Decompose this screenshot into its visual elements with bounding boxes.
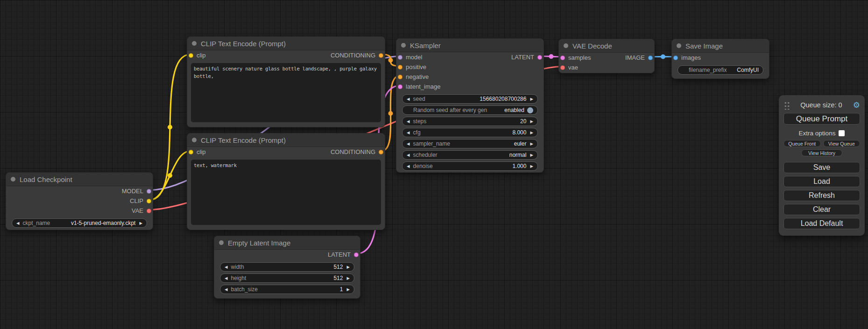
node-clip-text-encode-negative[interactable]: CLIP Text Encode (Prompt)clipCONDITIONIN…	[187, 133, 385, 230]
output-latent[interactable]: LATENT	[328, 251, 360, 258]
node-save-image-header[interactable]: Save Image	[672, 39, 769, 53]
collapse-dot-icon[interactable]	[564, 43, 568, 48]
widget-width[interactable]: ◀width512▶	[220, 262, 354, 272]
output-vae[interactable]: VAE	[132, 207, 153, 214]
link-midpoint-dot[interactable]	[168, 173, 172, 178]
input-positive[interactable]: positive	[396, 63, 426, 70]
arrow-right-icon[interactable]: ▶	[530, 142, 533, 146]
link-midpoint-dot[interactable]	[388, 58, 393, 63]
arrow-left-icon[interactable]: ◀	[407, 164, 410, 168]
arrow-left-icon[interactable]: ◀	[225, 287, 228, 292]
arrow-right-icon[interactable]: ▶	[530, 97, 533, 101]
arrow-left-icon[interactable]: ◀	[407, 97, 410, 101]
widget-ckpt_name[interactable]: ◀ckpt_namev1-5-pruned-emaonly.ckpt▶	[12, 218, 147, 228]
link-midpoint-dot[interactable]	[168, 125, 172, 130]
widget-seed[interactable]: ◀seed156680208700286▶	[402, 94, 538, 104]
input-vae[interactable]: vae	[559, 64, 578, 71]
node-empty-latent-image-header[interactable]: Empty Latent Image	[214, 236, 360, 250]
arrow-right-icon[interactable]: ▶	[346, 265, 350, 269]
arrow-right-icon[interactable]: ▶	[346, 287, 350, 292]
arrow-left-icon[interactable]: ◀	[225, 276, 228, 280]
refresh-button[interactable]: Refresh	[783, 190, 860, 201]
output-latent-dot[interactable]	[537, 55, 542, 60]
node-vae-decode[interactable]: VAE DecodesamplesIMAGEvae	[558, 39, 655, 73]
input-model[interactable]: model	[396, 54, 422, 61]
widget-denoise[interactable]: ◀denoise1.000▶	[402, 161, 538, 171]
input-vae-dot[interactable]	[560, 65, 565, 70]
node-vae-decode-header[interactable]: VAE Decode	[559, 39, 654, 53]
queue-prompt-button[interactable]: Queue Prompt	[783, 113, 860, 125]
widget-scheduler[interactable]: ◀schedulernormal▶	[402, 150, 538, 160]
arrow-left-icon[interactable]: ◀	[407, 142, 410, 146]
input-images-dot[interactable]	[673, 56, 678, 60]
arrow-left-icon[interactable]: ◀	[407, 153, 410, 157]
arrow-left-icon[interactable]: ◀	[225, 265, 228, 269]
input-images[interactable]: images	[672, 54, 701, 61]
input-clip[interactable]: clip	[187, 52, 206, 59]
input-model-dot[interactable]	[398, 55, 402, 60]
widget-steps[interactable]: ◀steps20▶	[402, 117, 538, 126]
arrow-left-icon[interactable]: ◀	[16, 221, 20, 225]
drag-handle-icon[interactable]	[783, 100, 790, 110]
arrow-right-icon[interactable]: ▶	[530, 153, 533, 157]
input-latent_image[interactable]: latent_image	[396, 83, 440, 90]
node-clip-text-encode-positive-header[interactable]: CLIP Text Encode (Prompt)	[187, 37, 385, 50]
input-negative[interactable]: negative	[396, 73, 429, 80]
node-empty-latent-image[interactable]: Empty Latent ImageLATENT◀width512▶◀heigh…	[214, 236, 360, 299]
node-load-checkpoint[interactable]: Load CheckpointMODELCLIPVAE◀ckpt_namev1-…	[6, 172, 153, 230]
arrow-right-icon[interactable]: ▶	[346, 276, 350, 280]
widget-Random seed after every gen[interactable]: Random seed after every genenabled	[402, 105, 538, 115]
input-clip-dot[interactable]	[189, 150, 193, 154]
queue-front-button[interactable]: Queue Front	[783, 140, 821, 147]
node-clip-text-encode-negative-text-area[interactable]: text, watermark	[191, 160, 381, 225]
widget-batch_size[interactable]: ◀batch_size1▶	[220, 285, 354, 294]
extra-options-checkbox[interactable]	[839, 130, 845, 136]
collapse-dot-icon[interactable]	[192, 41, 197, 46]
arrow-right-icon[interactable]: ▶	[530, 131, 533, 135]
output-conditioning-dot[interactable]	[379, 53, 383, 58]
input-samples-dot[interactable]	[560, 56, 565, 60]
node-ksampler-header[interactable]: KSampler	[396, 39, 543, 52]
output-image[interactable]: IMAGE	[625, 54, 654, 61]
comfyui-canvas[interactable]: { "ui": { "arrow_left": "◀", "arrow_righ…	[0, 0, 868, 329]
arrow-right-icon[interactable]: ▶	[530, 164, 533, 168]
input-clip-dot[interactable]	[189, 53, 193, 58]
collapse-dot-icon[interactable]	[11, 177, 15, 182]
widget-filename_prefix[interactable]: filename_prefixComfyUI	[677, 65, 763, 75]
output-model-dot[interactable]	[147, 189, 151, 194]
input-clip[interactable]: clip	[187, 148, 206, 155]
clear-button[interactable]: Clear	[783, 204, 860, 215]
widget-cfg[interactable]: ◀cfg8.000▶	[402, 128, 538, 137]
widget-height[interactable]: ◀height512▶	[220, 273, 354, 283]
input-samples[interactable]: samples	[559, 54, 591, 61]
output-clip[interactable]: CLIP	[130, 197, 153, 204]
input-latent_image-dot[interactable]	[398, 84, 402, 89]
output-conditioning[interactable]: CONDITIONING	[331, 52, 385, 59]
arrow-left-icon[interactable]: ◀	[407, 119, 410, 124]
arrow-right-icon[interactable]: ▶	[139, 221, 142, 225]
node-load-checkpoint-header[interactable]: Load Checkpoint	[6, 173, 153, 186]
input-negative-dot[interactable]	[398, 75, 402, 79]
link-midpoint-dot[interactable]	[388, 111, 393, 116]
link-midpoint-dot[interactable]	[661, 55, 665, 59]
collapse-dot-icon[interactable]	[677, 43, 681, 48]
toggle-knob-icon[interactable]	[527, 107, 533, 113]
widget-sampler_name[interactable]: ◀sampler_nameeuler▶	[402, 139, 538, 148]
output-model[interactable]: MODEL	[122, 188, 153, 195]
view-history-button[interactable]: View History	[801, 149, 842, 156]
node-clip-text-encode-positive-text-area[interactable]: beautiful scenery nature glass bottle la…	[191, 63, 381, 122]
collapse-dot-icon[interactable]	[192, 138, 197, 142]
input-positive-dot[interactable]	[398, 65, 402, 70]
node-clip-text-encode-positive[interactable]: CLIP Text Encode (Prompt)clipCONDITIONIN…	[187, 36, 385, 127]
save-button[interactable]: Save	[783, 162, 860, 173]
arrow-right-icon[interactable]: ▶	[530, 119, 533, 124]
link-midpoint-dot[interactable]	[549, 54, 554, 59]
output-vae-dot[interactable]	[147, 209, 151, 213]
output-clip-dot[interactable]	[147, 199, 151, 203]
node-save-image[interactable]: Save Imageimagesfilename_prefixComfyUI	[671, 39, 769, 79]
output-latent-dot[interactable]	[354, 252, 359, 257]
load-default-button[interactable]: Load Default	[783, 218, 860, 229]
output-conditioning[interactable]: CONDITIONING	[331, 148, 385, 155]
output-conditioning-dot[interactable]	[379, 150, 383, 154]
node-ksampler[interactable]: KSamplermodelLATENTpositivenegativelaten…	[396, 38, 544, 173]
